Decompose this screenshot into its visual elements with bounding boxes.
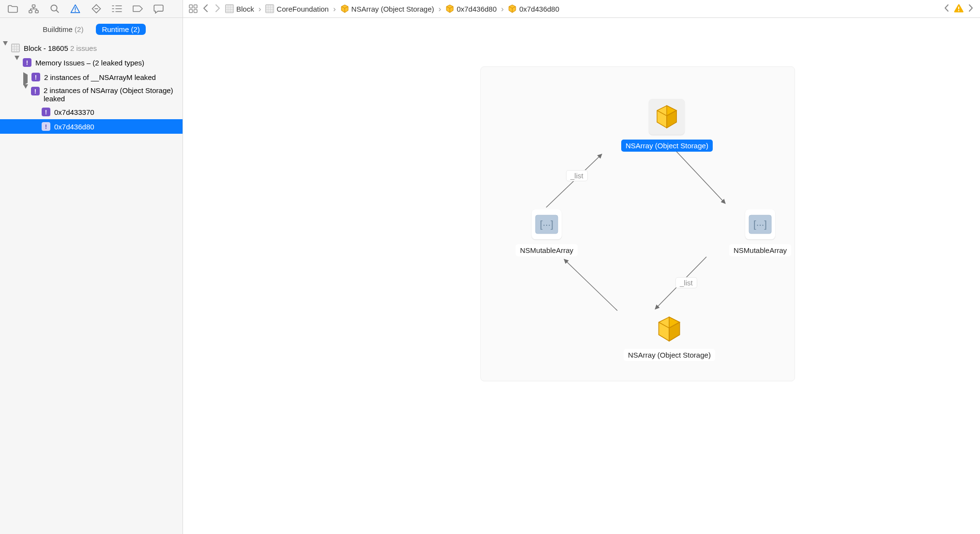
- cube-icon: [445, 4, 454, 13]
- svg-point-3: [51, 5, 57, 11]
- instance-addr: 0x7d436d80: [54, 123, 94, 131]
- issues-tree: Block - 18605 2 issues ! Memory Issues –…: [0, 41, 183, 534]
- exclamation-badge-icon: !: [23, 58, 31, 67]
- node-label: NSMutableArray: [516, 244, 578, 256]
- chevron-down-icon[interactable]: [15, 60, 20, 65]
- svg-text:[···]: [···]: [753, 219, 767, 230]
- tag-icon[interactable]: [133, 4, 143, 14]
- chevron-down-icon[interactable]: [3, 46, 8, 51]
- breadcrumb-seg-instance[interactable]: 0x7d436d80: [508, 4, 559, 13]
- tab-count: (2): [131, 25, 139, 33]
- svg-point-4: [75, 11, 76, 12]
- breadcrumb-label: NSArray (Object Storage): [352, 5, 434, 13]
- chevron-right-icon: ›: [332, 5, 337, 13]
- group-label: Memory Issues – (2 leaked types): [35, 59, 144, 67]
- tab-runtime[interactable]: Runtime (2): [96, 24, 145, 35]
- tree-project-node[interactable]: Block - 18605 2 issues: [0, 41, 183, 55]
- breadcrumb-seg-class[interactable]: NSArray (Object Storage): [340, 4, 434, 13]
- project-icon: [11, 44, 20, 52]
- node-label: NSArray (Object Storage): [624, 349, 715, 361]
- svg-rect-7: [189, 10, 193, 13]
- prev-issue-button[interactable]: [942, 4, 951, 14]
- cube-icon: [508, 4, 517, 13]
- exclamation-badge-icon: !: [42, 122, 50, 131]
- breadcrumb-label: Block: [236, 5, 254, 13]
- jump-bar: Block › CoreFoundation › NSArray (Object…: [183, 0, 980, 18]
- array-icon: [···]: [745, 209, 775, 239]
- svg-point-10: [958, 10, 959, 11]
- diamond-icon[interactable]: [91, 4, 101, 14]
- tab-label: Runtime: [102, 25, 129, 33]
- node-label: NSMutableArray: [729, 244, 791, 256]
- array-icon: [···]: [532, 209, 562, 239]
- chevron-right-icon: ›: [437, 5, 443, 13]
- framework-icon: [265, 4, 274, 13]
- related-items-icon[interactable]: [188, 4, 198, 14]
- cube-icon: [649, 99, 685, 135]
- warning-triangle-icon[interactable]: [70, 4, 80, 14]
- breadcrumb-seg-project[interactable]: Block: [225, 4, 254, 13]
- tree-leak-node[interactable]: ! 2 instances of __NSArrayM leaked: [0, 70, 183, 84]
- memory-graph-canvas[interactable]: NSArray (Object Storage) [···] NSMutable…: [183, 18, 980, 534]
- node-label: NSArray (Object Storage): [621, 140, 713, 152]
- breadcrumb-label: 0x7d436d80: [519, 5, 559, 13]
- leak-label: 2 instances of __NSArrayM leaked: [44, 73, 156, 81]
- navigator-sidebar: Buildtime (2) Runtime (2) Block - 18605 …: [0, 0, 183, 534]
- nav-back-button[interactable]: [201, 4, 210, 14]
- chevron-right-icon: ›: [257, 5, 263, 13]
- list-icon[interactable]: [112, 4, 122, 14]
- project-icon: [225, 4, 234, 13]
- chevron-right-icon: ›: [500, 5, 505, 13]
- svg-rect-9: [958, 6, 959, 9]
- next-issue-button[interactable]: [966, 4, 975, 14]
- svg-rect-0: [32, 5, 35, 7]
- svg-line-13: [564, 259, 617, 311]
- svg-rect-1: [29, 10, 32, 13]
- tab-count: (2): [75, 25, 83, 33]
- edge-label-list: _list: [675, 277, 697, 288]
- breadcrumb-label: 0x7d436d80: [457, 5, 497, 13]
- exclamation-badge-icon: !: [42, 108, 50, 116]
- search-icon[interactable]: [49, 4, 60, 14]
- tab-label: Buildtime: [43, 25, 73, 33]
- cube-icon: [654, 314, 684, 344]
- svg-rect-2: [35, 10, 38, 13]
- breadcrumb-seg-framework[interactable]: CoreFoundation: [265, 4, 329, 13]
- svg-line-12: [672, 147, 725, 204]
- graph-node-nsarray-top[interactable]: NSArray (Object Storage): [621, 99, 713, 152]
- svg-text:[···]: [···]: [540, 219, 553, 230]
- tree-leak-node[interactable]: ! 2 instances of NSArray (Object Storage…: [0, 84, 183, 105]
- tree-instance-node-selected[interactable]: ! 0x7d436d80: [0, 119, 183, 134]
- svg-rect-5: [189, 5, 193, 8]
- editor-area: Block › CoreFoundation › NSArray (Object…: [183, 0, 980, 534]
- svg-rect-8: [194, 10, 197, 13]
- exclamation-badge-icon: !: [31, 73, 40, 81]
- leak-label: 2 instances of NSArray (Object Storage) …: [44, 86, 183, 103]
- issue-tabs: Buildtime (2) Runtime (2): [0, 18, 183, 41]
- nav-forward-button[interactable]: [213, 4, 222, 14]
- graph-node-nsmutablearray-right[interactable]: [···] NSMutableArray: [729, 209, 791, 256]
- cube-icon: [340, 4, 349, 13]
- project-label: Block - 18605 2 issues: [24, 44, 97, 52]
- folder-icon[interactable]: [8, 4, 18, 14]
- chat-icon[interactable]: [153, 4, 164, 14]
- edge-label-list: _list: [566, 170, 588, 181]
- chevron-right-icon[interactable]: [23, 75, 29, 80]
- warning-icon: [954, 4, 964, 14]
- tree-group-node[interactable]: ! Memory Issues – (2 leaked types): [0, 55, 183, 70]
- navigator-toolbar: [0, 0, 183, 18]
- graph-node-nsmutablearray-left[interactable]: [···] NSMutableArray: [516, 209, 578, 256]
- breadcrumb-label: CoreFoundation: [276, 5, 329, 13]
- chevron-down-icon[interactable]: [23, 89, 28, 94]
- tab-buildtime[interactable]: Buildtime (2): [37, 24, 89, 35]
- hierarchy-icon[interactable]: [29, 4, 39, 14]
- exclamation-badge-icon: !: [31, 87, 40, 95]
- tree-instance-node[interactable]: ! 0x7d433370: [0, 105, 183, 119]
- breadcrumb-seg-instance[interactable]: 0x7d436d80: [445, 4, 497, 13]
- instance-addr: 0x7d433370: [54, 108, 94, 116]
- graph-node-nsarray-bottom[interactable]: NSArray (Object Storage): [624, 314, 715, 361]
- graph-card: NSArray (Object Storage) [···] NSMutable…: [480, 66, 795, 381]
- svg-rect-6: [194, 5, 197, 8]
